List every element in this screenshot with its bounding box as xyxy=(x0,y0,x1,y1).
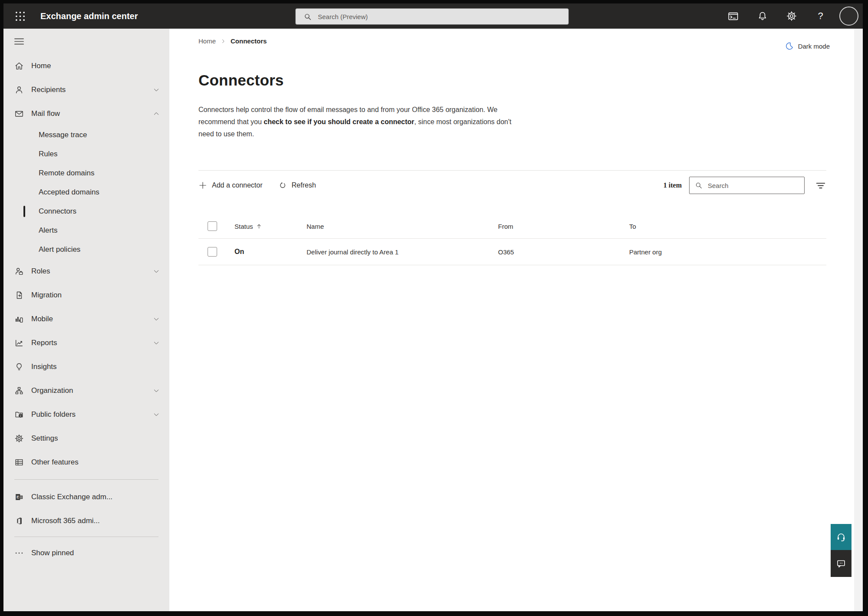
app-launcher-waffle-icon xyxy=(15,11,26,22)
exchange-admin-center-window: Exchange admin center xyxy=(3,3,863,611)
feedback-button[interactable] xyxy=(831,550,851,577)
connector-from: O365 xyxy=(498,248,629,256)
global-search-input[interactable] xyxy=(317,13,568,21)
sidebar-collapse-button[interactable] xyxy=(12,35,26,48)
chevron-down-icon xyxy=(153,411,160,418)
powershell-button[interactable] xyxy=(727,10,739,22)
breadcrumb: Home Connectors xyxy=(198,37,267,45)
sort-ascending-arrow-icon xyxy=(256,224,262,229)
notifications-button[interactable] xyxy=(756,10,768,22)
sidebar-divider xyxy=(14,537,158,537)
other-features-table-icon xyxy=(14,458,24,467)
connector-name: Deliver journal directly to Area 1 xyxy=(307,248,498,256)
select-all-checkbox[interactable] xyxy=(208,221,217,231)
main-content: Home Connectors Dark mode Connectors Con… xyxy=(169,29,863,611)
sidebar-item-recipients[interactable]: Recipients xyxy=(3,78,169,102)
sidebar-item-remote-domains[interactable]: Remote domains xyxy=(3,164,169,183)
account-avatar[interactable] xyxy=(839,7,858,26)
sidebar-item-message-trace[interactable]: Message trace xyxy=(3,125,169,145)
list-toolbar: Add a connector Refresh 1 item xyxy=(198,176,826,195)
sidebar-nav: Home Recipients Mail flow xyxy=(3,29,169,611)
reports-chart-icon xyxy=(14,338,24,348)
global-search[interactable] xyxy=(295,8,569,25)
floating-action-buttons xyxy=(831,524,851,577)
ellipsis-icon xyxy=(14,548,24,558)
hamburger-menu-icon xyxy=(14,38,24,45)
dark-mode-label: Dark mode xyxy=(798,43,830,50)
refresh-button[interactable]: Refresh xyxy=(278,181,316,190)
sidebar-item-public-folders[interactable]: Public folders xyxy=(3,402,169,426)
chevron-down-icon xyxy=(153,316,160,323)
filter-button[interactable] xyxy=(815,180,826,191)
headset-icon xyxy=(836,532,846,542)
row-checkbox[interactable] xyxy=(208,247,217,257)
column-header-status[interactable]: Status xyxy=(234,223,307,230)
topbar-settings-button[interactable] xyxy=(785,10,797,22)
sidebar-item-other-features[interactable]: Other features xyxy=(3,450,169,474)
sidebar-item-insights[interactable]: Insights xyxy=(3,355,169,379)
roles-person-badge-icon xyxy=(14,267,24,276)
breadcrumb-current: Connectors xyxy=(231,37,267,45)
public-folders-icon xyxy=(14,410,24,419)
support-button[interactable] xyxy=(831,524,851,550)
sidebar-item-reports[interactable]: Reports xyxy=(3,331,169,355)
column-header-to[interactable]: To xyxy=(629,223,826,230)
mail-flow-envelope-icon xyxy=(14,109,24,119)
sidebar-item-settings[interactable]: Settings xyxy=(3,426,169,450)
page-title: Connectors xyxy=(198,72,863,89)
sidebar-item-migration[interactable]: Migration xyxy=(3,283,169,307)
toolbar-right: 1 item xyxy=(663,177,826,194)
search-icon xyxy=(695,181,703,189)
scrollbar-track[interactable] xyxy=(854,29,863,611)
organization-chart-icon xyxy=(14,386,24,395)
classic-exchange-logo-icon: E xyxy=(14,492,24,502)
sidebar-item-alert-policies[interactable]: Alert policies xyxy=(3,240,169,259)
sidebar-item-home[interactable]: Home xyxy=(3,54,169,78)
body-row: Home Recipients Mail flow xyxy=(3,29,863,611)
powershell-terminal-icon xyxy=(727,10,739,22)
item-count: 1 item xyxy=(663,181,682,189)
sidebar-item-organization[interactable]: Organization xyxy=(3,379,169,402)
mobile-devices-icon xyxy=(14,314,24,324)
add-connector-button[interactable]: Add a connector xyxy=(198,181,263,190)
app-launcher-button[interactable] xyxy=(10,7,30,26)
list-search-input[interactable] xyxy=(707,181,800,190)
connectors-table: Status Name From To xyxy=(198,214,826,265)
topbar-actions: ? xyxy=(727,7,858,26)
sidebar-item-classic-exchange-admin[interactable]: E Classic Exchange adm... xyxy=(3,485,169,509)
chevron-right-icon xyxy=(221,39,226,44)
recipients-person-icon xyxy=(14,85,24,95)
help-button[interactable]: ? xyxy=(815,10,826,22)
sidebar-item-microsoft-365-admin[interactable]: Microsoft 365 admi... xyxy=(3,509,169,533)
plus-icon xyxy=(198,181,207,190)
column-header-from[interactable]: From xyxy=(498,223,629,230)
sidebar-item-roles[interactable]: Roles xyxy=(3,259,169,283)
migration-document-icon xyxy=(14,290,24,300)
sidebar-item-alerts[interactable]: Alerts xyxy=(3,221,169,240)
connector-row[interactable]: On Deliver journal directly to Area 1 O3… xyxy=(198,239,826,265)
sidebar-item-show-pinned[interactable]: Show pinned xyxy=(3,541,169,565)
svg-text:E: E xyxy=(17,495,19,499)
dark-mode-toggle[interactable]: Dark mode xyxy=(785,41,830,51)
microsoft-365-logo-icon xyxy=(14,516,24,526)
feedback-chat-icon xyxy=(836,558,846,569)
settings-gear-icon xyxy=(14,434,24,443)
chevron-down-icon xyxy=(153,86,160,93)
description-emphasis: check to see if you should create a conn… xyxy=(264,118,414,125)
chevron-down-icon xyxy=(153,339,160,346)
help-icon: ? xyxy=(818,10,823,22)
chevron-down-icon xyxy=(153,268,160,275)
sidebar-divider xyxy=(14,479,158,480)
breadcrumb-home-link[interactable]: Home xyxy=(198,37,216,45)
sidebar-item-rules[interactable]: Rules xyxy=(3,145,169,164)
connector-to: Partner org xyxy=(629,248,826,256)
sidebar-item-mail-flow[interactable]: Mail flow xyxy=(3,102,169,125)
sidebar-item-mobile[interactable]: Mobile xyxy=(3,307,169,331)
list-search[interactable] xyxy=(689,177,805,194)
column-header-name[interactable]: Name xyxy=(307,223,498,230)
section-divider xyxy=(198,170,826,171)
sidebar-item-connectors[interactable]: Connectors xyxy=(3,202,169,221)
connector-status: On xyxy=(234,248,307,256)
filter-icon xyxy=(815,180,826,191)
sidebar-item-accepted-domains[interactable]: Accepted domains xyxy=(3,183,169,202)
